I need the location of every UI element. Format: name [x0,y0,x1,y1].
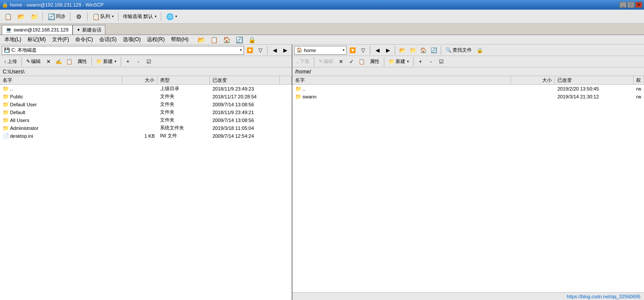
tab-bar: 💻 swann@192.168.231.129 ✦ 新建会话 [0,24,644,35]
title-bar-left: 🔒 home - swann@192.168.231.129 - WinSCP [2,2,104,8]
right-delete-btn[interactable]: ✕ [336,57,346,66]
right-forward-btn[interactable]: ▶ [383,46,393,55]
left-file-date-4: 2009/7/14 13:08:56 [210,118,280,123]
search-icon: 🔍 [446,47,452,53]
left-file-row-6[interactable]: 📄 desktop.ini 1 KB INI 文件 2009/7/14 12:5… [0,132,292,140]
queue-toolbar-btn[interactable]: 📋 队列 ▾ [90,11,116,22]
left-file-name-2: 📁 Default User [0,101,122,108]
new-toolbar-btn[interactable]: 📋 [2,11,14,22]
right-minus-btn[interactable]: - [426,57,436,66]
right-download-btn[interactable]: ↓ 下载 [294,57,312,66]
right-check-btn[interactable]: ☑ [437,57,446,66]
download-label: 下载 [300,58,310,65]
left-file-row-0[interactable]: 📁 .. 上级目录 2018/11/9 23:49:23 [0,85,292,93]
transfer-dropdown-arrow: ▾ [155,14,157,18]
local-open-btn[interactable]: 📂 [195,34,207,45]
left-col-date[interactable]: 已改变 [210,76,280,84]
menu-options[interactable]: 选项(O) [120,35,143,44]
right-nav-sep1 [370,46,370,55]
left-file-row-4[interactable]: 📁 All Users 文件夹 2009/7/14 13:08:56 [0,116,292,124]
folder-icon-1: 📁 [3,94,9,100]
left-filter-btn[interactable]: 🔽 [245,46,254,55]
right-col-size[interactable]: 大小 [511,76,555,84]
left-check-btn[interactable]: ☑ [144,57,154,66]
menu-remote[interactable]: 远程(R) [144,35,167,44]
right-file-row-0[interactable]: 📁 .. 2019/2/20 13:50:45 rw [292,85,644,93]
left-new-btn[interactable]: 📁 新建 ▾ [94,57,118,66]
right-home-btn[interactable]: 🏠 [418,46,428,55]
tab-session[interactable]: 💻 swann@192.168.231.129 [2,25,73,35]
left-file-list[interactable]: 名字 大小 类型 已改变 📁 .. 上级 [0,76,292,300]
right-open-btn[interactable]: 📂 [397,46,407,55]
right-filter-btn[interactable]: 🔽 [348,46,357,55]
right-address[interactable]: 🏠 home ▾ [294,46,347,55]
right-refresh-btn[interactable]: 🔄 [429,46,439,55]
left-col-size[interactable]: 大小 [122,76,157,84]
folder-toolbar-btn[interactable]: 📁 [28,11,40,22]
left-col-type[interactable]: 类型 [157,76,210,84]
right-col-name[interactable]: 名字 [292,76,511,84]
right-mark-btn[interactable]: ✓ [347,57,356,66]
tab-new-session[interactable]: ✦ 新建会话 [73,25,105,35]
left-file-name-6: 📄 desktop.ini [0,133,122,139]
open-toolbar-btn[interactable]: 📂 [15,11,27,22]
menu-local[interactable]: 本地(L) [2,35,24,44]
right-root-btn[interactable]: 📁 [408,46,418,55]
menu-help[interactable]: 帮助(H) [168,35,191,44]
sync-toolbar-btn[interactable]: 🔄 同步 [45,11,68,22]
right-file-row-1[interactable]: 📁 swann 2019/3/14 21:30:12 rw [292,93,644,101]
left-edit-btn[interactable]: ✎ 编辑 [24,57,43,66]
left-file-row-5[interactable]: 📁 Administrator 系统文件夹 2019/3/18 11:05:04 [0,124,292,132]
local-refresh-btn[interactable]: 🔄 [233,34,245,45]
settings-toolbar-btn[interactable]: ⚙ [73,11,85,22]
local-home-btn[interactable]: 🏠 [221,34,233,45]
folder-icon: 📁 [30,13,38,21]
queue-label: 队列 [101,13,110,20]
left-plus-btn[interactable]: + [123,57,133,66]
right-filter2-btn[interactable]: ▽ [358,46,368,55]
minimize-button[interactable]: _ [620,2,627,8]
folder-icon-2: 📁 [3,101,9,108]
left-col-name[interactable]: 名字 [0,76,122,84]
right-address-label: home [304,48,316,53]
maximize-button[interactable]: □ [627,2,634,8]
left-filter2-btn[interactable]: ▽ [255,46,265,55]
left-upload-btn[interactable]: ↑ 上传 [2,57,19,66]
right-properties-btn[interactable]: 属性 [368,57,382,66]
left-file-row-1[interactable]: 📁 Public 文件夹 2018/11/17 20:28:54 [0,93,292,101]
transfer-options-btn[interactable]: 传输选项 默认 ▾ [121,11,159,22]
left-delete-btn[interactable]: ✕ [44,57,53,66]
menu-file[interactable]: 文件(F) [49,35,72,44]
local-lock-btn[interactable]: 🔒 [246,34,258,45]
right-new-btn[interactable]: 📁 新建 ▾ [386,57,411,66]
menu-session[interactable]: 会话(S) [97,35,119,44]
menu-command[interactable]: 命令(C) [73,35,96,44]
right-col-perm[interactable]: 权 [634,76,644,84]
right-col-date[interactable]: 已改变 [555,76,634,84]
right-action-sep2 [384,57,384,66]
left-properties-btn[interactable]: 属性 [75,57,89,66]
globe-toolbar-btn[interactable]: 🌐 ▾ [164,11,179,22]
local-copy-btn[interactable]: 📋 [208,34,220,45]
right-edit-btn[interactable]: ✎ 编辑 [317,57,335,66]
right-search-btn[interactable]: 🔍 查找文件 [443,45,474,55]
left-drive-selector[interactable]: 💾 C: 本地磁盘 ▾ [2,46,244,55]
left-file-date-3: 2018/11/9 23:49:21 [210,110,280,115]
right-plus-btn[interactable]: + [416,57,425,66]
right-back-btn[interactable]: ◀ [372,46,382,55]
menu-mark[interactable]: 标记(M) [25,35,49,44]
left-copy-btn[interactable]: 📋 [65,57,74,66]
left-file-type-0: 上级目录 [157,85,210,92]
left-back-btn[interactable]: ◀ [270,46,279,55]
left-rename-btn[interactable]: ✍ [54,57,64,66]
right-file-list[interactable]: 名字 大小 已改变 权 📁 .. 2019/2/20 1 [292,76,644,292]
left-file-row-2[interactable]: 📁 Default User 文件夹 2009/7/14 13:08:56 [0,101,292,108]
close-button[interactable]: ✕ [635,2,642,8]
title-bar-buttons: _ □ ✕ [620,2,642,8]
left-minus-btn[interactable]: - [134,57,143,66]
right-lock-btn[interactable]: 🔒 [475,46,484,55]
right-copy-btn[interactable]: 📋 [357,57,367,66]
left-file-row-3[interactable]: 📁 Default 文件夹 2018/11/9 23:49:21 [0,108,292,116]
left-forward-btn[interactable]: ▶ [280,46,290,55]
left-file-name-1: 📁 Public [0,94,122,100]
